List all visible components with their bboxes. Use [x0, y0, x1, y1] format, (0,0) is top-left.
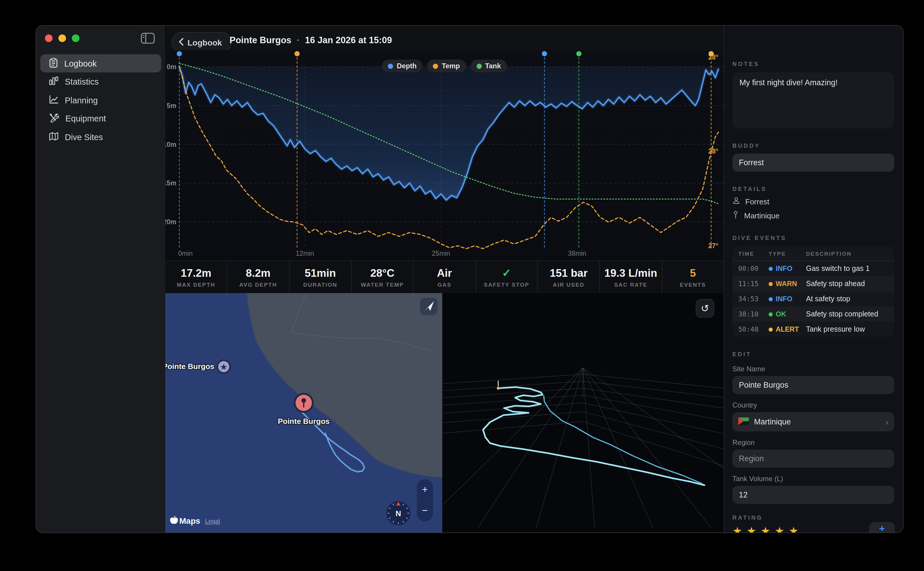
dive-events-section-label: DIVE EVENTS: [732, 235, 894, 241]
zoom-in-button: +: [422, 484, 428, 495]
bar-chart-icon: [49, 77, 59, 87]
dive-event-row[interactable]: 34:53INFOAt safety stop: [732, 291, 894, 307]
rating-section-label: RATING: [732, 514, 894, 521]
site-star-badge[interactable]: ★: [217, 360, 230, 373]
legend-item-temp[interactable]: Temp: [427, 60, 466, 73]
map-legal-link[interactable]: Legal: [205, 518, 220, 524]
site-name-input[interactable]: [732, 376, 894, 394]
sidebar-item-label: Statistics: [65, 77, 99, 86]
tank-volume-input[interactable]: [732, 486, 894, 504]
notes-section-label: NOTES: [732, 61, 894, 67]
dive-location-pin[interactable]: [294, 393, 314, 413]
sidebar-item-dive-sites[interactable]: Dive Sites: [40, 128, 161, 146]
stat-safety-stop: ✓SAFETY STOP: [475, 261, 537, 294]
star-icon[interactable]: ★: [760, 525, 770, 533]
star-icon[interactable]: ★: [788, 525, 799, 533]
martinique-flag-icon: [738, 417, 749, 427]
event-time: 34:53: [732, 295, 769, 303]
dive-event-row[interactable]: 00:00INFOGas switch to gas 1: [732, 261, 894, 276]
detail-buddy-row: Forrest: [732, 197, 894, 206]
chevron-right-icon: ›: [885, 417, 888, 427]
notes-textarea[interactable]: My first night dive! Amazing!: [732, 73, 894, 128]
dive-event-row[interactable]: 11:15WARNSafety stop ahead: [732, 276, 894, 291]
dive-track-3d-return: [483, 387, 705, 485]
stat-value: 19.3 L/min: [604, 267, 657, 280]
legend-label: Depth: [397, 62, 417, 70]
svg-text:★: ★: [220, 363, 227, 371]
add-photo-button[interactable]: +: [869, 522, 895, 533]
stat-label: MAX DEPTH: [177, 281, 215, 288]
events-col-time: TIME: [732, 250, 769, 256]
stat-value: 151 bar: [550, 267, 587, 280]
dive-track-3d-view[interactable]: ↺: [443, 293, 724, 532]
edit-section-label: EDIT: [732, 351, 894, 357]
stat-label: SAFETY STOP: [484, 281, 530, 288]
map-icon: [49, 132, 59, 142]
reset-3d-view-button[interactable]: ↺: [695, 299, 714, 318]
dive-profile-chart[interactable]: 0m5m10m15m20m0min12min25min38min28°28°27…: [165, 50, 724, 261]
star-icon[interactable]: ★: [774, 525, 784, 533]
event-time: 50:48: [732, 325, 769, 333]
stat-label: AVG DEPTH: [239, 281, 277, 288]
svg-text:38min: 38min: [568, 250, 586, 257]
sidebar-item-label: Planning: [65, 96, 98, 105]
detail-buddy-name: Forrest: [745, 197, 769, 206]
star-icon[interactable]: ★: [746, 525, 756, 533]
event-type-badge: ALERT: [769, 325, 806, 333]
stat-value: 51min: [304, 267, 336, 280]
stat-value: 5: [690, 267, 696, 280]
svg-text:12min: 12min: [296, 250, 314, 257]
event-time: 38:10: [732, 310, 769, 318]
map-zoom-controls[interactable]: +−: [416, 479, 433, 522]
compass-control[interactable]: N: [386, 501, 411, 525]
stat-gas: AirGAS: [413, 261, 476, 294]
dive-event-row[interactable]: 38:10OKSafety stop completed: [732, 307, 894, 322]
legend-label: Temp: [442, 62, 460, 70]
maps-logo-text: Maps: [179, 516, 200, 525]
site-name-label: Site Name: [732, 365, 894, 373]
chart-legend: DepthTempTank: [165, 60, 724, 73]
event-type-badge: INFO: [769, 264, 806, 273]
sidebar-toggle-icon[interactable]: [141, 33, 155, 44]
close-window-button[interactable]: [45, 34, 53, 42]
title-separator: ·: [297, 35, 300, 45]
sidebar-item-planning[interactable]: Planning: [40, 91, 161, 109]
stat-sac-rate: 19.3 L/minSAC RATE: [600, 261, 662, 294]
events-col-description: DESCRIPTION: [806, 250, 851, 256]
sidebar-item-equipment[interactable]: Equipment: [40, 110, 161, 128]
back-button-label: Logbook: [187, 38, 222, 47]
event-type-dot-icon: [769, 267, 773, 271]
country-value: Martinique: [754, 417, 880, 426]
legend-item-depth[interactable]: Depth: [382, 60, 423, 73]
sidebar-item-statistics[interactable]: Statistics: [40, 73, 161, 91]
dive-event-row[interactable]: 50:48ALERTTank pressure low: [732, 322, 894, 337]
zoom-window-button[interactable]: [72, 34, 79, 42]
dive-profile-plot: 0m5m10m15m20m0min12min25min38min28°28°27…: [165, 50, 724, 261]
event-description: At safety stop: [806, 295, 850, 303]
legend-item-tank[interactable]: Tank: [470, 60, 507, 73]
stat-label: SAC RATE: [614, 281, 647, 288]
event-description: Gas switch to gas 1: [806, 264, 870, 273]
back-button[interactable]: Logbook: [172, 32, 231, 52]
event-description: Safety stop ahead: [806, 280, 865, 288]
map-pin-icon: [732, 211, 739, 221]
events-col-type: TYPE: [769, 250, 806, 256]
legend-dot: [433, 63, 438, 69]
sidebar: LogbookStatisticsPlanningEquipmentDive S…: [36, 26, 166, 532]
stat-value: Air: [437, 267, 452, 280]
stat-label: AIR USED: [553, 281, 584, 288]
country-label: Country: [732, 401, 894, 409]
compass-north-label: N: [396, 509, 401, 518]
map-tracking-arrow-icon[interactable]: [420, 298, 437, 315]
event-type-badge: WARN: [769, 280, 806, 288]
buddy-input[interactable]: [732, 154, 894, 172]
sidebar-item-logbook[interactable]: Logbook: [40, 54, 161, 73]
line-chart-icon: [49, 95, 59, 105]
event-type-dot-icon: [769, 297, 773, 301]
country-select[interactable]: Martinique ›: [732, 412, 894, 432]
sidebar-item-label: Logbook: [64, 59, 97, 68]
region-input[interactable]: [732, 449, 894, 468]
dive-site-map[interactable]: ★Pointe BurgosPointe BurgosMapsLegalN+−: [165, 293, 442, 532]
star-icon[interactable]: ★: [732, 525, 742, 533]
minimize-window-button[interactable]: [59, 34, 66, 42]
